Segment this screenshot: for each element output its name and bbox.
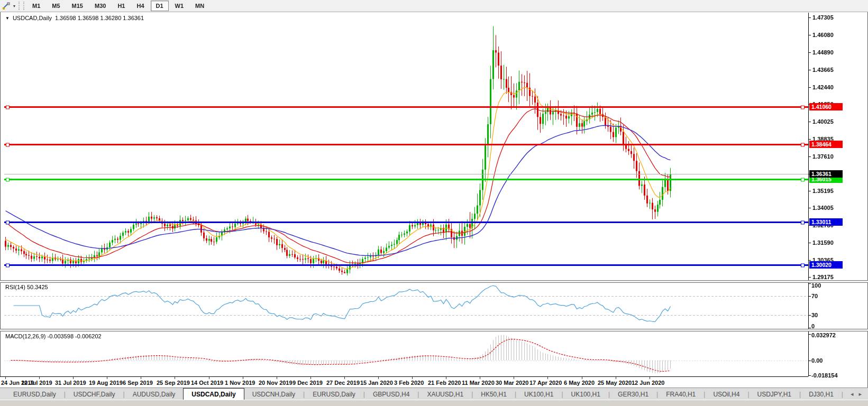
chart-tab-hk50-h1[interactable]: HK50,H1 [473,388,515,400]
price-tick: 1.42440 [812,84,834,90]
hline-handle[interactable] [801,143,805,146]
chart-tab-gbpusd-h4[interactable]: GBPUSD,H4 [365,388,417,400]
hline-handle[interactable] [6,178,10,181]
hline-handle[interactable] [6,105,10,109]
tab-scroll-left-icon[interactable]: ◂ [851,391,854,398]
time-tick [378,377,379,379]
line-tool-dropdown-caret[interactable]: ▾ [13,4,15,8]
time-tick [277,377,277,379]
date-label: 1 Nov 2019 [225,380,255,386]
chart-tab-usdcnh-daily[interactable]: USDCNH,Daily [244,388,303,400]
time-tick [446,377,446,379]
hline-object-1.33011[interactable] [4,222,808,223]
price-tick: 1.34005 [812,205,834,211]
hline-object-1.38464[interactable] [4,144,808,145]
hline-object-1.36015[interactable] [4,179,808,180]
hline-handle[interactable] [6,143,10,146]
chart-tab-ger30-h1[interactable]: GER30,H1 [610,388,656,400]
macd-tick: 0.00 [811,357,823,364]
macd-indicator-label: MACD(12,26,9) -0.003598 -0.006202 [5,333,102,339]
timeframe-button-m5[interactable]: M5 [47,1,65,11]
price-tick: 1.40025 [812,118,834,125]
tab-separator: | [842,388,843,400]
time-tick [39,377,40,379]
timeframe-button-m15[interactable]: M15 [67,1,88,11]
toolbar-grip[interactable] [19,2,24,10]
date-label: 30 Mar 2020 [496,380,528,386]
pane-divider-macd[interactable] [0,329,868,331]
time-tick [243,377,243,379]
chart-tab-eurusd-daily[interactable]: EURUSD,Daily [5,388,64,400]
pane-divider-rsi[interactable] [0,280,868,283]
timeframe-button-m1[interactable]: M1 [27,1,45,11]
chart-tab-uk100-h1[interactable]: UK100,H1 [516,388,561,400]
rsi-indicator-label: RSI(14) 50.3425 [5,284,48,290]
chart-symbol-title: USDCAD,Daily [13,15,52,21]
hline-object-1.41060[interactable] [4,106,808,108]
chart-tab-usoil-h4[interactable]: USOil,H4 [705,388,747,400]
time-tick [616,377,616,379]
price-badge-1.41060: 1.41060 [809,103,843,110]
hline-handle[interactable] [801,220,805,224]
chart-window-frame [0,12,868,389]
date-label: 25 Sep 2019 [157,380,190,386]
timeframe-button-w1[interactable]: W1 [170,1,189,11]
date-label: 20 Nov 2019 [259,380,293,386]
tab-bar-lead [0,388,5,400]
timeframe-button-h4[interactable]: H4 [131,1,149,11]
chart-tab-usdchf-daily[interactable]: USDCHF,Daily [66,388,123,400]
chart-tab-audusd-daily[interactable]: AUDUSD,Daily [125,388,184,400]
time-tick [310,377,311,379]
time-axis[interactable]: 24 Jun 201912 Jul 201931 Jul 201919 Aug … [0,376,808,388]
hline-handle[interactable] [6,263,10,267]
hline-handle[interactable] [6,220,10,224]
date-label: 9 Dec 2019 [293,380,323,386]
line-studies-glyph [2,2,11,10]
chart-tab-bar: EURUSD,Daily|USDCHF,Daily|AUDUSD,DailyUS… [0,387,868,400]
time-tick [344,377,345,379]
chart-tab-fra40-h1[interactable]: FRA40,H1 [658,388,703,400]
timeframe-buttons: M1M5M15M30H1H4D1W1MN [26,1,210,11]
date-label: 17 Apr 2020 [529,380,562,386]
chart-tab-xauusd-h1[interactable]: XAUUSD,H1 [419,388,471,400]
date-label: 11 Mar 2020 [462,380,495,386]
hline-handle[interactable] [801,178,805,181]
collapse-arrow-icon[interactable]: ▼ [5,16,10,21]
status-strip [0,400,868,406]
bid-price-line [4,174,808,174]
date-label: 14 Oct 2019 [191,380,223,386]
time-tick [73,377,74,379]
date-label: 15 Jan 2020 [360,380,393,386]
chart-tab-usdcad-daily[interactable]: USDCAD,Daily [183,388,244,400]
price-tick: 1.29175 [812,274,834,280]
date-label: 12 Jul 2019 [21,380,52,386]
trading-app-window: ▾ M1M5M15M30H1H4D1W1MN ▼ USDCAD,Daily 1.… [0,0,868,406]
time-tick [412,377,413,379]
hline-handle[interactable] [801,263,805,267]
timeframe-button-d1[interactable]: D1 [151,1,169,11]
price-badge-1.30020: 1.30020 [809,261,843,269]
hline-handle[interactable] [801,105,805,109]
chart-tab-usdjpy-h1[interactable]: USDJPY,H1 [750,388,799,400]
timeframe-button-h1[interactable]: H1 [112,1,130,11]
hline-object-1.30020[interactable] [4,264,808,266]
date-label: 6 May 2020 [564,380,595,386]
time-tick [107,377,107,379]
chart-tab-dj30-h1[interactable]: DJ30,H1 [801,388,842,400]
chart-tab-uk100-h1[interactable]: UK100,H1 [563,388,608,400]
timeframe-button-m30[interactable]: M30 [89,1,111,11]
price-tick: 1.46080 [812,32,834,38]
time-tick [514,377,514,379]
tab-scroll-right-icon[interactable]: ▸ [858,391,862,398]
line-studies-icon[interactable] [1,1,12,11]
rsi-tick: 30 [811,312,818,318]
timeframe-button-mn[interactable]: MN [190,1,209,11]
macd-tick: -0.018154 [811,372,838,379]
price-tick: 1.44890 [812,49,834,56]
date-label: 25 May 2020 [598,380,632,386]
price-badge-1.33011: 1.33011 [809,218,843,226]
rsi-tick: 100 [811,282,821,289]
price-tick: 1.43665 [812,67,834,73]
date-label: 31 Jul 2019 [55,380,86,386]
chart-tab-eurusd-daily[interactable]: EURUSD,Daily [305,388,363,400]
